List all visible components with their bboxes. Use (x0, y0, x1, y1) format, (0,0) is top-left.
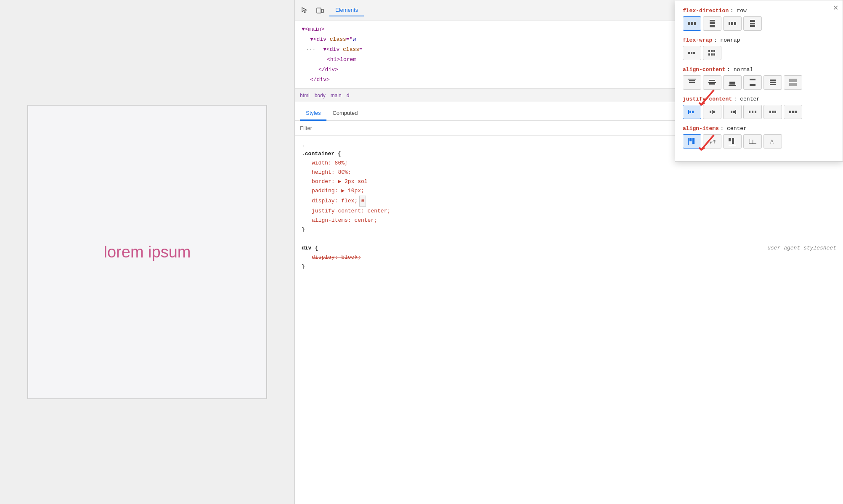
svg-rect-68 (749, 143, 756, 144)
flex-icon-inline[interactable]: ⊞ (359, 196, 366, 207)
css-comment-agent: user agent stylesheet (767, 244, 836, 253)
svg-rect-37 (789, 79, 797, 82)
flex-wrap-buttons (683, 46, 835, 60)
ac-center-btn[interactable] (703, 75, 721, 90)
svg-rect-7 (710, 25, 715, 27)
svg-rect-64 (732, 138, 734, 144)
ai-stretch-btn[interactable]: A (763, 134, 782, 149)
svg-rect-6 (710, 22, 715, 24)
ac-around-btn[interactable] (763, 75, 782, 90)
align-content-label: align-content : normal (683, 66, 835, 73)
css-prop-align-items[interactable]: align-items: center; (302, 216, 836, 225)
svg-text:A: A (770, 139, 774, 145)
flex-nowrap-btn[interactable] (683, 46, 701, 60)
lorem-text: lorem ipsum (104, 243, 191, 261)
svg-rect-63 (729, 138, 731, 141)
svg-rect-20 (708, 53, 710, 56)
jc-around-btn[interactable] (763, 105, 782, 119)
dom-tag: </div> (310, 77, 330, 83)
svg-rect-10 (734, 22, 736, 25)
tab-elements[interactable]: Elements (329, 4, 364, 16)
svg-rect-15 (691, 52, 692, 54)
svg-rect-18 (711, 50, 713, 52)
devtools-panel: Elements ▼<main> ▼<div class="w ··· ▼<di… (294, 0, 843, 504)
flex-direction-buttons (683, 16, 835, 31)
svg-rect-53 (774, 111, 776, 113)
flex-wrap-name: flex-wrap (683, 37, 712, 43)
svg-text:I: I (749, 139, 750, 143)
svg-rect-21 (711, 53, 713, 56)
popup-close-icon[interactable]: ✕ (833, 4, 838, 12)
dom-tag: </div> (318, 66, 338, 73)
device-toggle-icon[interactable] (314, 5, 326, 16)
svg-rect-0 (317, 8, 321, 13)
flex-dir-row-btn[interactable] (683, 16, 701, 31)
ac-start-btn[interactable] (683, 75, 701, 90)
flex-wrap-btn[interactable] (703, 46, 721, 60)
svg-rect-35 (770, 82, 776, 83)
dom-tag: ▼<main> (302, 26, 325, 32)
flex-direction-label: flex-direction : row (683, 7, 835, 14)
breadcrumb-body[interactable]: body (315, 93, 326, 98)
ai-end-btn[interactable] (723, 134, 742, 149)
breadcrumb-main[interactable]: main (331, 93, 342, 98)
flex-wrap-section: flex-wrap : nowrap (683, 37, 835, 60)
svg-rect-4 (694, 22, 696, 25)
flex-dir-col-rev-btn[interactable] (743, 16, 762, 31)
breadcrumb-html[interactable]: html (300, 93, 310, 98)
svg-rect-65 (729, 145, 736, 145)
dom-tag: <h1>lorem (327, 56, 356, 63)
ac-stretch-btn[interactable] (784, 75, 802, 90)
css-prop-justify-content[interactable]: justify-content: center; (302, 207, 836, 216)
svg-rect-48 (749, 111, 750, 113)
svg-rect-49 (752, 111, 753, 113)
breadcrumb-d[interactable]: d (347, 93, 350, 98)
align-content-buttons (683, 75, 835, 90)
css-prop-display[interactable]: display: flex; ⊞ (302, 196, 836, 207)
jc-between-btn[interactable] (743, 105, 762, 119)
svg-rect-9 (731, 22, 733, 25)
dom-tag: ▼<div class= (323, 46, 363, 53)
flex-dir-col-btn[interactable] (703, 16, 721, 31)
css-prop-padding[interactable]: padding: ▶ 10px; (302, 186, 836, 196)
css-prop-height[interactable]: height: 80%; (302, 168, 836, 177)
svg-rect-54 (789, 111, 791, 113)
tab-computed[interactable]: Computed (326, 106, 363, 121)
svg-rect-16 (693, 52, 695, 54)
svg-rect-34 (770, 80, 776, 81)
svg-rect-13 (750, 25, 755, 27)
svg-rect-3 (691, 22, 693, 25)
ac-between-btn[interactable] (743, 75, 762, 90)
svg-rect-29 (729, 82, 735, 83)
svg-rect-8 (729, 22, 730, 25)
svg-rect-52 (772, 111, 774, 113)
svg-rect-23 (688, 79, 696, 80)
ai-baseline-btn[interactable]: II (743, 134, 762, 149)
svg-rect-19 (713, 50, 715, 52)
ac-end-btn[interactable] (723, 75, 742, 90)
svg-rect-38 (789, 83, 797, 86)
flex-direction-section: flex-direction : row (683, 7, 835, 31)
red-arrow-justify (689, 88, 718, 110)
svg-rect-1 (321, 9, 323, 13)
svg-rect-24 (689, 80, 695, 81)
css-selector: .container { (302, 151, 341, 157)
inspect-element-icon[interactable] (299, 5, 311, 16)
svg-rect-55 (792, 111, 794, 113)
svg-rect-28 (709, 83, 715, 85)
svg-rect-47 (735, 110, 736, 114)
jc-evenly-btn[interactable] (784, 105, 802, 119)
css-prop-border[interactable]: border: ▶ 2px sol (302, 177, 836, 186)
dom-dots: ··· (306, 46, 315, 53)
svg-rect-41 (692, 111, 694, 113)
tab-styles[interactable]: Styles (300, 106, 326, 121)
svg-rect-33 (750, 84, 756, 86)
flex-dir-row-rev-btn[interactable] (723, 16, 742, 31)
svg-rect-39 (688, 110, 689, 114)
svg-rect-56 (795, 111, 797, 113)
flex-direction-value: : row (730, 8, 747, 14)
jc-end-btn[interactable] (723, 105, 742, 119)
svg-rect-17 (708, 50, 710, 52)
svg-rect-44 (713, 111, 715, 113)
svg-rect-30 (729, 83, 735, 85)
